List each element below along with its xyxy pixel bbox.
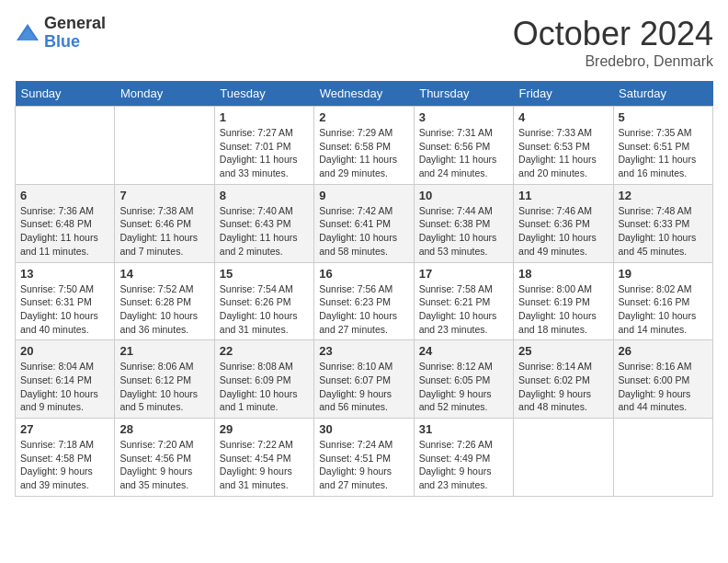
day-detail: Sunrise: 7:27 AM Sunset: 7:01 PM Dayligh…	[220, 126, 309, 180]
table-row: 11Sunrise: 7:46 AM Sunset: 6:36 PM Dayli…	[514, 184, 613, 262]
table-row: 28Sunrise: 7:20 AM Sunset: 4:56 PM Dayli…	[115, 419, 214, 497]
day-detail: Sunrise: 7:40 AM Sunset: 6:43 PM Dayligh…	[220, 204, 309, 259]
logo-blue: Blue	[44, 33, 106, 52]
table-row: 26Sunrise: 8:16 AM Sunset: 6:00 PM Dayli…	[613, 340, 712, 419]
day-detail: Sunrise: 7:38 AM Sunset: 6:46 PM Dayligh…	[119, 204, 209, 259]
logo-general: General	[44, 15, 106, 33]
col-tuesday: Tuesday	[214, 81, 313, 107]
day-number: 24	[419, 344, 508, 358]
day-detail: Sunrise: 7:36 AM Sunset: 6:48 PM Dayligh…	[20, 204, 109, 259]
logo-text: General Blue	[44, 15, 106, 52]
day-detail: Sunrise: 7:50 AM Sunset: 6:31 PM Dayligh…	[20, 282, 109, 337]
calendar-week-row: 6Sunrise: 7:36 AM Sunset: 6:48 PM Daylig…	[16, 184, 713, 262]
day-detail: Sunrise: 7:18 AM Sunset: 4:58 PM Dayligh…	[20, 438, 109, 492]
table-row: 23Sunrise: 8:10 AM Sunset: 6:07 PM Dayli…	[314, 340, 414, 419]
table-row: 22Sunrise: 8:08 AM Sunset: 6:09 PM Dayli…	[214, 340, 313, 419]
col-monday: Monday	[115, 81, 214, 107]
day-number: 17	[419, 267, 508, 281]
day-detail: Sunrise: 7:52 AM Sunset: 6:28 PM Dayligh…	[119, 282, 209, 337]
table-row: 5Sunrise: 7:35 AM Sunset: 6:51 PM Daylig…	[613, 107, 712, 185]
day-detail: Sunrise: 7:44 AM Sunset: 6:38 PM Dayligh…	[419, 204, 508, 259]
day-number: 7	[119, 189, 209, 202]
day-detail: Sunrise: 8:04 AM Sunset: 6:14 PM Dayligh…	[20, 360, 109, 414]
day-number: 27	[20, 422, 109, 436]
table-row: 7Sunrise: 7:38 AM Sunset: 6:46 PM Daylig…	[115, 184, 214, 262]
day-number: 30	[319, 422, 408, 436]
day-detail: Sunrise: 7:33 AM Sunset: 6:53 PM Dayligh…	[518, 126, 608, 180]
day-number: 26	[619, 344, 708, 358]
table-row: 8Sunrise: 7:40 AM Sunset: 6:43 PM Daylig…	[214, 184, 313, 262]
day-detail: Sunrise: 7:22 AM Sunset: 4:54 PM Dayligh…	[220, 438, 309, 492]
table-row	[613, 419, 712, 497]
table-row: 10Sunrise: 7:44 AM Sunset: 6:38 PM Dayli…	[414, 184, 513, 262]
col-saturday: Saturday	[613, 81, 712, 107]
table-row: 29Sunrise: 7:22 AM Sunset: 4:54 PM Dayli…	[214, 419, 313, 497]
logo-icon	[15, 20, 40, 46]
table-row: 24Sunrise: 8:12 AM Sunset: 6:05 PM Dayli…	[414, 340, 513, 419]
day-detail: Sunrise: 7:46 AM Sunset: 6:36 PM Dayligh…	[518, 204, 608, 259]
day-detail: Sunrise: 7:29 AM Sunset: 6:58 PM Dayligh…	[319, 126, 408, 180]
day-number: 2	[319, 110, 408, 124]
day-number: 29	[220, 422, 309, 436]
month-title: October 2024	[513, 15, 713, 53]
day-number: 14	[119, 267, 209, 281]
table-row: 18Sunrise: 8:00 AM Sunset: 6:19 PM Dayli…	[514, 262, 613, 340]
page-header: General Blue October 2024 Bredebro, Denm…	[15, 15, 713, 70]
day-detail: Sunrise: 8:12 AM Sunset: 6:05 PM Dayligh…	[419, 360, 508, 414]
header-row: Sunday Monday Tuesday Wednesday Thursday…	[16, 81, 713, 107]
table-row: 9Sunrise: 7:42 AM Sunset: 6:41 PM Daylig…	[314, 184, 414, 262]
table-row: 6Sunrise: 7:36 AM Sunset: 6:48 PM Daylig…	[16, 184, 115, 262]
day-detail: Sunrise: 7:54 AM Sunset: 6:26 PM Dayligh…	[220, 282, 309, 337]
table-row: 2Sunrise: 7:29 AM Sunset: 6:58 PM Daylig…	[314, 107, 414, 185]
day-detail: Sunrise: 8:16 AM Sunset: 6:00 PM Dayligh…	[619, 360, 708, 414]
calendar-week-row: 1Sunrise: 7:27 AM Sunset: 7:01 PM Daylig…	[16, 107, 713, 185]
day-number: 10	[419, 189, 508, 202]
day-number: 23	[319, 344, 408, 358]
day-detail: Sunrise: 7:26 AM Sunset: 4:49 PM Dayligh…	[419, 438, 508, 492]
table-row: 14Sunrise: 7:52 AM Sunset: 6:28 PM Dayli…	[115, 262, 214, 340]
table-row: 4Sunrise: 7:33 AM Sunset: 6:53 PM Daylig…	[514, 107, 613, 185]
logo: General Blue	[15, 15, 106, 52]
day-number: 11	[518, 189, 608, 202]
table-row	[115, 107, 214, 185]
day-number: 21	[119, 344, 209, 358]
day-detail: Sunrise: 7:24 AM Sunset: 4:51 PM Dayligh…	[319, 438, 408, 492]
day-number: 22	[220, 344, 309, 358]
day-detail: Sunrise: 7:35 AM Sunset: 6:51 PM Dayligh…	[619, 126, 708, 180]
table-row: 27Sunrise: 7:18 AM Sunset: 4:58 PM Dayli…	[16, 419, 115, 497]
col-thursday: Thursday	[414, 81, 513, 107]
day-number: 18	[518, 267, 608, 281]
table-row: 19Sunrise: 8:02 AM Sunset: 6:16 PM Dayli…	[613, 262, 712, 340]
day-detail: Sunrise: 7:20 AM Sunset: 4:56 PM Dayligh…	[119, 438, 209, 492]
table-row: 17Sunrise: 7:58 AM Sunset: 6:21 PM Dayli…	[414, 262, 513, 340]
table-row: 16Sunrise: 7:56 AM Sunset: 6:23 PM Dayli…	[314, 262, 414, 340]
day-number: 4	[518, 110, 608, 124]
day-detail: Sunrise: 7:48 AM Sunset: 6:33 PM Dayligh…	[619, 204, 708, 259]
location: Bredebro, Denmark	[513, 53, 713, 70]
table-row	[514, 419, 613, 497]
day-number: 1	[220, 110, 309, 124]
day-number: 28	[119, 422, 209, 436]
calendar-header: Sunday Monday Tuesday Wednesday Thursday…	[16, 81, 713, 107]
calendar-body: 1Sunrise: 7:27 AM Sunset: 7:01 PM Daylig…	[16, 107, 713, 497]
table-row: 20Sunrise: 8:04 AM Sunset: 6:14 PM Dayli…	[16, 340, 115, 419]
calendar-week-row: 13Sunrise: 7:50 AM Sunset: 6:31 PM Dayli…	[16, 262, 713, 340]
table-row: 30Sunrise: 7:24 AM Sunset: 4:51 PM Dayli…	[314, 419, 414, 497]
calendar-table: Sunday Monday Tuesday Wednesday Thursday…	[15, 81, 713, 497]
day-detail: Sunrise: 7:31 AM Sunset: 6:56 PM Dayligh…	[419, 126, 508, 180]
title-block: October 2024 Bredebro, Denmark	[513, 15, 713, 70]
table-row: 3Sunrise: 7:31 AM Sunset: 6:56 PM Daylig…	[414, 107, 513, 185]
col-wednesday: Wednesday	[314, 81, 414, 107]
day-number: 13	[20, 267, 109, 281]
day-number: 3	[419, 110, 508, 124]
day-number: 15	[220, 267, 309, 281]
table-row: 31Sunrise: 7:26 AM Sunset: 4:49 PM Dayli…	[414, 419, 513, 497]
table-row: 25Sunrise: 8:14 AM Sunset: 6:02 PM Dayli…	[514, 340, 613, 419]
day-detail: Sunrise: 8:00 AM Sunset: 6:19 PM Dayligh…	[518, 282, 608, 337]
day-number: 9	[319, 189, 408, 202]
day-detail: Sunrise: 8:08 AM Sunset: 6:09 PM Dayligh…	[220, 360, 309, 414]
table-row	[16, 107, 115, 185]
day-detail: Sunrise: 7:58 AM Sunset: 6:21 PM Dayligh…	[419, 282, 508, 337]
table-row: 15Sunrise: 7:54 AM Sunset: 6:26 PM Dayli…	[214, 262, 313, 340]
day-detail: Sunrise: 8:14 AM Sunset: 6:02 PM Dayligh…	[518, 360, 608, 414]
